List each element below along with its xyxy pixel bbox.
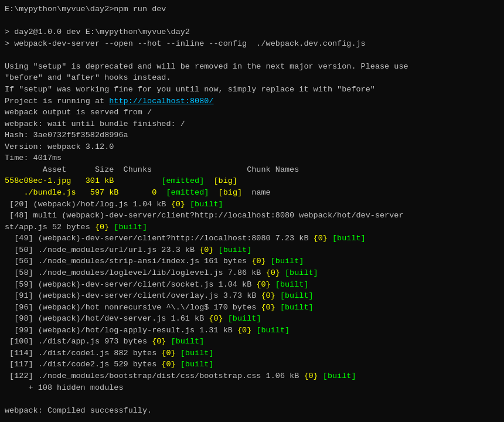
- webpack-cmd-line: > webpack-dev-server --open --hot --inli…: [5, 38, 499, 50]
- localhost-link[interactable]: http://localhost:8080/: [109, 97, 213, 106]
- cmd-prompt-line: E:\mypython\myvue\day2>npm run dev: [5, 4, 499, 15]
- compiled-line: webpack: Compiled successfully.: [5, 405, 499, 417]
- asset1-line: 558c08ec-1.jpg 301 kB [emitted] [big]: [5, 175, 499, 187]
- chunk50-line: [50] ./node_modules/url/url.js 23.3 kB {…: [5, 244, 499, 256]
- chunk59-line: [59] (webpack)-dev-server/client/socket.…: [5, 279, 499, 291]
- day2-version-line: > day2@1.0.0 dev E:\mypython\myvue\day2: [5, 26, 499, 38]
- chunk48b-line: st/app.js 52 bytes {0} [built]: [5, 222, 499, 233]
- running-at-line: Project is running at http://localhost:8…: [5, 96, 499, 107]
- chunk58-line: [58] ./node_modules/loglevel/lib/logleve…: [5, 267, 499, 279]
- hidden-modules-line: + 108 hidden modules: [5, 382, 499, 394]
- version-line: Version: webpack 3.12.0: [5, 141, 499, 153]
- chunk96-line: [96] (webpack)/hot nonrecursive ^\.\/log…: [5, 302, 499, 314]
- blank-line-3: [5, 393, 499, 405]
- chunk99-line: [99] (webpack)/hot/log-apply-result.js 1…: [5, 325, 499, 336]
- time-line: Time: 4017ms: [5, 152, 499, 164]
- chunk91-line: [91] (webpack)-dev-server/client/overlay…: [5, 290, 499, 302]
- chunk20-line: [20] (webpack)/hot/log.js 1.04 kB {0} [b…: [5, 199, 499, 210]
- setup-msg-line: If "setup" was working fine for you unti…: [5, 84, 499, 96]
- blank-line-2: [5, 49, 499, 61]
- chunk100-line: [100] ./dist/app.js 973 bytes {0} [built…: [5, 336, 499, 348]
- chunk122-line: [122] ./node_modules/bootstrap/dist/css/…: [5, 370, 499, 382]
- hash-line: Hash: 3ae0732f5f3582d8996a: [5, 130, 499, 141]
- chunk49-line: [49] (webpack)-dev-server/client?http://…: [5, 233, 499, 244]
- chunk114-line: [114] ./dist/code1.js 882 bytes {0} [bui…: [5, 348, 499, 359]
- deprecated-msg1-line: Using "setup" is deprecated and will be …: [5, 61, 499, 73]
- chunk98-line: [98] (webpack)/hot/dev-server.js 1.61 kB…: [5, 313, 499, 325]
- deprecated-msg2-line: "before" and "after" hooks instead.: [5, 72, 499, 84]
- chunk56-line: [56] ./node_modules/strip-ansi/index.js …: [5, 256, 499, 267]
- webpack-wait-line: webpack: wait until bundle finished: /: [5, 118, 499, 130]
- webpack-output-line: webpack output is served from /: [5, 107, 499, 118]
- blank-line-1: [5, 15, 499, 27]
- terminal-window: E:\mypython\myvue\day2>npm run dev > day…: [0, 0, 504, 422]
- chunk117-line: [117] ./dist/code2.js 529 bytes {0} [bui…: [5, 359, 499, 370]
- chunk48-line: [48] multi (webpack)-dev-server/client?h…: [5, 210, 499, 222]
- asset2-line: ./bundle.js 597 kB 0 [emitted] [big] nam…: [5, 187, 499, 199]
- header-line: Asset Size Chunks Chunk Names: [5, 164, 499, 176]
